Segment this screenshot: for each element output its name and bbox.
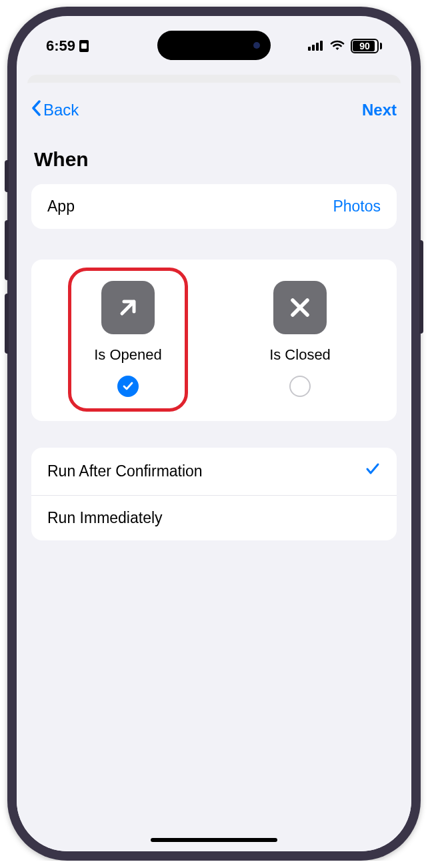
status-time: 6:59: [46, 37, 75, 55]
back-label: Back: [43, 101, 79, 119]
svg-rect-0: [81, 43, 87, 49]
svg-rect-3: [316, 43, 319, 51]
arrow-up-right-icon: [101, 281, 155, 334]
next-button[interactable]: Next: [362, 101, 397, 119]
svg-rect-2: [312, 45, 315, 51]
modal-sheet: Back Next When App Photos: [17, 83, 411, 851]
chevron-left-icon: [31, 100, 42, 120]
nav-bar: Back Next: [31, 95, 397, 125]
option-opened-label: Is Opened: [94, 346, 162, 364]
run-immediately-label: Run Immediately: [47, 509, 163, 527]
run-mode-card: Run After Confirmation Run Immediately: [31, 448, 397, 540]
wifi-icon: [329, 37, 345, 55]
option-closed-label: Is Closed: [269, 346, 331, 364]
run-after-confirmation-row[interactable]: Run After Confirmation: [31, 448, 397, 495]
run-immediately-row[interactable]: Run Immediately: [31, 495, 397, 540]
check-icon: [365, 461, 381, 482]
x-icon: [273, 281, 327, 334]
option-is-closed[interactable]: Is Closed: [233, 281, 367, 397]
screen: 6:59: [17, 16, 411, 851]
battery-icon: 90: [351, 39, 382, 53]
home-indicator[interactable]: [151, 838, 277, 842]
radio-opened[interactable]: [117, 376, 139, 397]
run-after-confirmation-label: Run After Confirmation: [47, 462, 203, 480]
option-is-opened[interactable]: Is Opened: [61, 281, 195, 397]
app-value: Photos: [333, 197, 381, 215]
sim-icon: [79, 40, 89, 52]
page-title: When: [31, 148, 397, 171]
iphone-frame: 6:59: [7, 7, 421, 861]
back-button[interactable]: Back: [31, 100, 79, 120]
radio-closed[interactable]: [289, 376, 311, 397]
svg-rect-4: [320, 41, 323, 51]
svg-rect-1: [308, 47, 311, 51]
app-label: App: [47, 197, 75, 215]
app-card: App Photos: [31, 184, 397, 229]
trigger-options-card: Is Opened Is Closed: [31, 260, 397, 421]
status-bar: 6:59: [17, 29, 411, 63]
app-row[interactable]: App Photos: [31, 184, 397, 229]
cellular-icon: [308, 37, 324, 55]
